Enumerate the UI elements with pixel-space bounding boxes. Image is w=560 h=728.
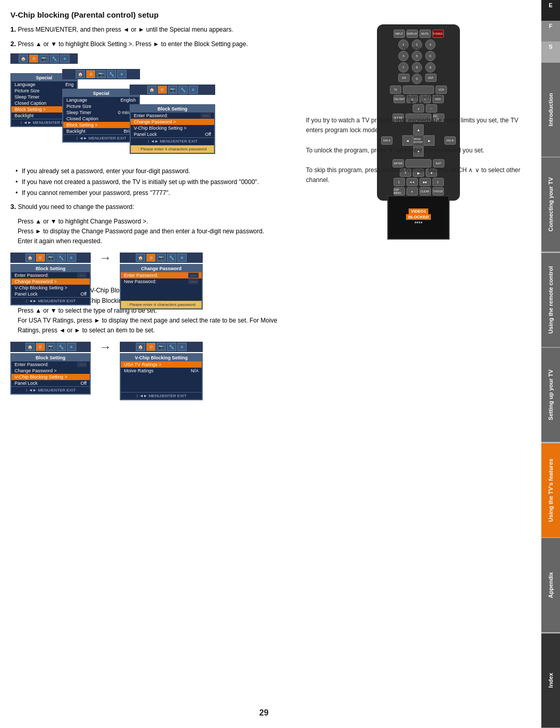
btn-input[interactable]: INPUT <box>394 30 405 38</box>
remote-labels: Number MENU/ ENTER ▲▼◄► <box>403 45 517 105</box>
step-3c: Enter it again when requested. <box>18 236 290 246</box>
bullet-1: If you already set a password, enter you… <box>16 166 290 176</box>
main-content: V-Chip blocking (Parental control) setup… <box>0 0 541 728</box>
btn-tv[interactable]: TV <box>390 86 401 94</box>
menu-pair-step4: 🏠 ⚙ 📷 🔧 ≡ Block Setting Enter Password:·… <box>10 340 290 354</box>
section-title: V-Chip blocking (Parental control) setup <box>10 10 531 19</box>
sidebar-tab-index[interactable]: Index <box>541 633 560 728</box>
step-1-text: Press MENU/ENTER, and then press ◄ or ► … <box>18 26 233 33</box>
block-setting-menu: 🏠 ⚙ 📷 🔧 ≡ Block Setting Enter Password:·… <box>10 253 91 263</box>
step-3-text: Should you need to change the password: <box>18 203 134 211</box>
btn-fav-a[interactable]: FAV A <box>381 136 393 145</box>
sidebar-letter-e: E <box>541 0 560 21</box>
change-password-menu: 🏠 ⚙ 📷 🔧 ≡ Change Password Enter Password… <box>120 253 203 263</box>
btn-power[interactable]: POWER <box>432 30 444 38</box>
arrow-icon-2: → <box>99 340 111 354</box>
step-1: 1. Press MENU/ENTER, and then press ◄ or… <box>10 24 290 35</box>
sidebar-tab-introduction[interactable]: Introduction <box>541 62 560 157</box>
page-number: 29 <box>259 708 269 718</box>
sidebar: E F S Introduction Connecting your TV Us… <box>541 0 560 728</box>
btn-skip-scan[interactable]: ⟫ <box>432 178 444 186</box>
sidebar-letter-f: F <box>541 21 560 41</box>
step-2: 2. Press ▲ or ▼ to highlight Block Setti… <box>10 39 290 49</box>
step-3a: Press ▲ or ▼ to highlight Change Passwor… <box>18 217 290 227</box>
step-1-num: 1. <box>10 25 16 33</box>
label-number: Number <box>403 45 517 51</box>
btn-tvvcr[interactable]: TV/VCR <box>432 187 444 195</box>
tv-blocked-text: BLOCKED <box>406 214 431 220</box>
right-column: INPUT DISPLAY MUTE POWER 1 2 3 4 5 6 7 <box>301 24 531 358</box>
btn-top-menu[interactable]: TOP MENU <box>394 187 405 195</box>
bullet-list: If you already set a password, enter you… <box>16 166 290 198</box>
arrow-icon-1: → <box>99 250 111 265</box>
btn-skip-search[interactable]: ⟪ <box>394 178 405 186</box>
sidebar-letter-s: S <box>541 41 560 62</box>
step-2-text: Press ▲ or ▼ to highlight Block Setting … <box>18 40 248 48</box>
step-3-detail: Press ▲ or ▼ to highlight Change Passwor… <box>18 217 290 247</box>
menu-box-3: 🏠 ⚙ 📷 🔧 ≡ Block Setting Enter Password:-… <box>130 85 215 145</box>
block-setting-menu-2: 🏠 ⚙ 📷 🔧 ≡ Block Setting Enter Password:·… <box>10 342 91 352</box>
tv-blocked-channel: VIDEO1 <box>409 208 428 214</box>
btn-right[interactable]: ► <box>424 135 435 146</box>
step-3b: Press ► to display the Change Password p… <box>18 227 290 236</box>
bullet-2: If you have not created a password, the … <box>16 177 290 187</box>
info-text-2: To unlock the program, press ▼ and enter… <box>306 146 531 156</box>
menu-box-2: 🏠 ⚙ 📷 🔧 ≡ Special LanguageEnglish Pictur… <box>62 69 140 133</box>
btn-rec[interactable]: ● <box>407 187 418 195</box>
btn-up[interactable]: ▲ <box>413 124 424 135</box>
sidebar-tab-connecting[interactable]: Connecting your TV <box>541 157 560 252</box>
vchip-setting-menu: 🏠 ⚙ 📷 🔧 ≡ V-Chip Blocking Setting USA TV… <box>120 342 203 352</box>
btn-fav-b[interactable]: FAV B <box>444 136 456 145</box>
tv-blocked-screen: VIDEO1 BLOCKED **** <box>387 195 450 240</box>
tv-blocked-dots: **** <box>414 221 423 227</box>
btn-display[interactable]: DISPLAY <box>407 30 418 38</box>
step-2-num: 2. <box>10 40 16 48</box>
btn-mute[interactable]: MUTE <box>419 30 431 38</box>
sidebar-tab-features[interactable]: Using the TV's features <box>541 443 560 538</box>
btn-clear[interactable]: CLEAR <box>419 187 431 195</box>
tv-blocked-container: VIDEO1 BLOCKED **** <box>306 190 531 245</box>
btn-vol-minus[interactable]: – <box>426 104 437 113</box>
bullet-3: If you cannot remember your password, pr… <box>16 188 290 198</box>
btn-ff[interactable]: ▶▶ <box>419 178 431 186</box>
menu-cascade-1: 🏠 ⚙ 📷 🔧 ≡ Special LanguageEng Picture Si… <box>10 53 290 162</box>
btn-menu-enter[interactable]: MENU ENTER <box>413 135 424 146</box>
btn-left[interactable]: ◄ <box>402 135 413 146</box>
label-menu-enter: MENU/ ENTER ▲▼◄► <box>403 93 517 105</box>
btn-ch-down[interactable]: ∨ <box>413 104 424 113</box>
remote-container: INPUT DISPLAY MUTE POWER 1 2 3 4 5 6 7 <box>306 24 531 105</box>
step-3: 3. Should you need to change the passwor… <box>10 202 290 212</box>
sidebar-tab-remote[interactable]: Using the remote control <box>541 253 560 347</box>
sidebar-tab-appendix[interactable]: Appendix <box>541 538 560 633</box>
step-4d: For USA TV Ratings, press ► to display t… <box>18 316 290 335</box>
menu-pair-step3: 🏠 ⚙ 📷 🔧 ≡ Block Setting Enter Password:·… <box>10 250 290 265</box>
left-column: 1. Press MENU/ENTER, and then press ◄ or… <box>10 24 290 358</box>
btn-rew[interactable]: ◄◄ <box>407 178 418 186</box>
sidebar-tab-setting-up[interactable]: Setting up your TV <box>541 347 560 442</box>
step-3-num: 3. <box>10 203 16 211</box>
